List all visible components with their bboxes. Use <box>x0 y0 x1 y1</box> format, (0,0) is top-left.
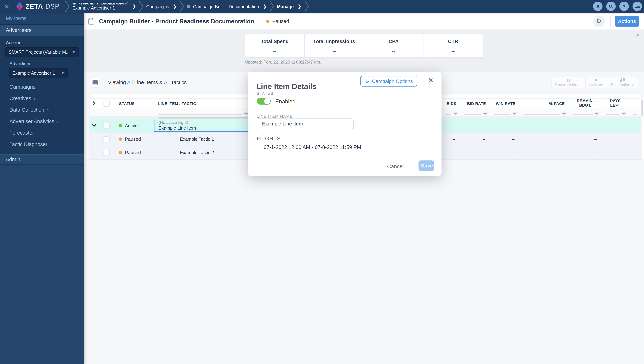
status-toggle[interactable] <box>257 98 271 105</box>
sidebar-item-data-collection[interactable]: Data Collection› <box>0 104 84 116</box>
filter-icon <box>483 112 487 116</box>
main-content: Campaign Builder - Product Readiness Doc… <box>84 13 644 364</box>
columns-icon <box>92 80 98 85</box>
top-bar: ✕ ZETA DSP SMART PROJECTS (VARIABLE MARG… <box>0 0 644 13</box>
collapse-row-button[interactable] <box>90 124 98 127</box>
row-status: Paused <box>115 136 154 142</box>
filter-pace[interactable] <box>519 108 569 116</box>
column-header-status[interactable]: STATUS <box>115 99 154 108</box>
columns-button[interactable] <box>90 78 100 88</box>
close-stats-icon[interactable]: ✕ <box>635 32 640 38</box>
stat-ctr: CTR -- <box>424 34 483 58</box>
cell-bids: – <box>441 146 461 159</box>
bulk-action-button[interactable]: Bulk Action ∨ <box>607 77 638 88</box>
column-header-days-left[interactable]: DAYS LEFT <box>602 99 629 108</box>
cell-win-rate: – <box>490 119 520 132</box>
sidebar-item-my-items[interactable]: My Items <box>0 13 84 24</box>
sidebar-item-advertisers[interactable]: Advertisers <box>0 24 84 36</box>
sidebar-item-forecaster[interactable]: Forecaster <box>0 127 84 139</box>
breadcrumb-manage[interactable]: Manage ❯ <box>274 4 304 9</box>
filter-icon <box>561 112 566 116</box>
scrollbar-thumb[interactable] <box>641 100 643 116</box>
column-header-remaining-budget[interactable]: REMAIN. BDGT. <box>569 99 602 108</box>
gear-icon: ⚙ <box>365 78 370 84</box>
breadcrumb-advertiser-name: Example Advertiser 1 <box>72 5 128 11</box>
filter-bid-rate[interactable] <box>460 108 490 116</box>
activate-button[interactable]: Activate <box>586 77 607 88</box>
campaign-status-text: Paused <box>272 18 289 24</box>
filter-line-item[interactable] <box>154 108 251 116</box>
viewing-all-line-items-link[interactable]: All <box>127 80 133 85</box>
row-checkbox[interactable] <box>98 122 115 128</box>
account-select[interactable]: SMART Projects (Variable M... ▼ <box>6 47 79 57</box>
viewing-all-tactics-link[interactable]: All <box>164 80 170 85</box>
filter-remaining-budget[interactable] <box>569 108 602 116</box>
scrollbar-thumb[interactable] <box>158 117 250 118</box>
stats-card: Total Spend -- Total Impressions -- CPA … <box>245 34 483 58</box>
tactic-name-cell[interactable]: Example Tactic 1 <box>154 136 251 142</box>
stat-cpa: CPA -- <box>364 34 424 58</box>
breadcrumb-account[interactable]: SMART PROJECTS (VARIABLE MARGIN) Example… <box>70 2 139 11</box>
filter-win-rate[interactable] <box>490 108 520 116</box>
campaign-options-button[interactable]: ⚙ Campaign Options <box>360 76 417 86</box>
line-item-name-input[interactable] <box>257 118 354 129</box>
cell-days-left <box>602 146 629 159</box>
vertical-scrollbar[interactable] <box>641 98 643 159</box>
filter-bids[interactable] <box>441 108 461 116</box>
status-dot-icon <box>187 5 190 8</box>
sidebar-item-campaigns[interactable]: Campaigns <box>0 81 84 93</box>
cancel-button[interactable]: Cancel <box>385 163 406 170</box>
modal-close-icon[interactable]: ✕ <box>428 77 433 84</box>
sidebar-item-tactic-diagnoser[interactable]: Tactic Diagnoser <box>0 139 84 150</box>
help-icon: ? <box>623 4 626 9</box>
modal-title: Line Item Details <box>256 82 316 91</box>
expand-all-button[interactable] <box>90 99 98 108</box>
breadcrumb-separator <box>138 0 144 12</box>
column-header-pace[interactable]: % PACE <box>519 99 569 108</box>
sidebar-item-admin[interactable]: Admin <box>0 154 84 164</box>
breadcrumb-account-name: SMART PROJECTS (VARIABLE MARGIN) <box>72 2 128 5</box>
calendar-icon <box>88 18 95 24</box>
actions-button[interactable]: Actions <box>615 16 639 26</box>
breadcrumb-separator <box>304 0 309 12</box>
breadcrumb-separator <box>269 0 274 12</box>
tactic-name-cell[interactable]: Example Tactic 2 <box>154 150 251 155</box>
toggle-knob <box>264 98 270 104</box>
row-checkbox[interactable] <box>98 150 115 156</box>
search-button[interactable] <box>606 2 616 11</box>
chevron-right-icon: › <box>47 108 49 112</box>
column-header-line-item[interactable]: LINE ITEM / TACTIC <box>154 99 251 108</box>
breadcrumb-campaigns[interactable]: Campaigns ❯ <box>144 4 179 9</box>
pause-settings-button[interactable]: Pause Settings <box>551 77 586 88</box>
line-item-name-cell[interactable]: (No active flight) Example Line Item <box>154 120 251 132</box>
save-button[interactable]: Save <box>419 160 434 171</box>
account-label: Account <box>0 36 84 47</box>
chevron-right-icon: ❯ <box>132 4 136 8</box>
sidebar-item-advertiser-analytics[interactable]: Advertiser Analytics› <box>0 116 84 127</box>
advertiser-select[interactable]: Example Advertiser 1 ▼ <box>9 68 68 78</box>
row-checkbox[interactable] <box>98 136 115 142</box>
select-all-checkbox[interactable] <box>98 99 115 108</box>
column-header-extra <box>629 99 641 108</box>
line-item-name-label: LINE ITEM NAME <box>257 114 293 118</box>
chevron-down-icon <box>92 124 97 127</box>
column-header-bids[interactable]: BIDS <box>441 99 461 108</box>
line-item-details-modal: Line Item Details ⚙ Campaign Options ✕ S… <box>248 72 442 176</box>
sidebar: My Items Advertisers Account SMART Proje… <box>0 13 84 364</box>
help-button[interactable]: ? <box>619 2 629 11</box>
filter-input[interactable] <box>158 114 242 115</box>
column-header-win-rate[interactable]: WIN RATE <box>490 99 520 108</box>
bulk-action-icon <box>620 78 625 82</box>
sidebar-item-creatives[interactable]: Creatives› <box>0 93 84 104</box>
breadcrumb-separator <box>65 0 70 12</box>
selected-name-cell[interactable]: (No active flight) Example Line Item <box>154 120 251 132</box>
breadcrumb-campaign[interactable]: Campaign Buil ... Documentation ❯ <box>184 4 269 9</box>
cell-bid-rate: – <box>460 146 490 159</box>
close-icon[interactable]: ✕ <box>5 3 12 10</box>
avatar[interactable]: L& <box>632 2 642 11</box>
status-value: Enabled <box>275 98 295 105</box>
filter-days-left[interactable] <box>602 108 629 116</box>
settings-button[interactable]: ⚙ <box>593 16 605 27</box>
column-header-bid-rate[interactable]: BID RATE <box>460 99 490 108</box>
notifications-button[interactable] <box>593 2 603 11</box>
